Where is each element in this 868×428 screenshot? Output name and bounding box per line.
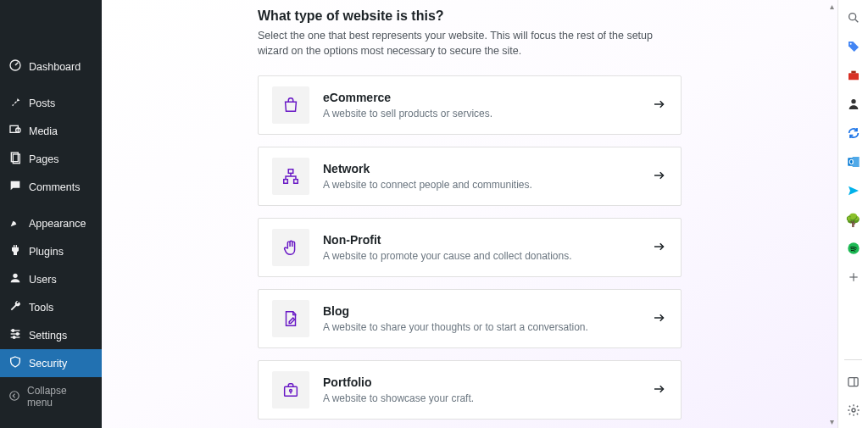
sidebar-item-tools[interactable]: Tools [0,293,102,321]
tree-icon[interactable]: 🌳 [846,212,861,227]
collapse-menu-button[interactable]: Collapse menu [0,379,102,414]
arrow-right-icon [652,239,667,257]
site-type-option[interactable]: NetworkA website to connect people and c… [258,147,682,206]
option-title: Portfolio [323,375,638,389]
option-desc: A website to share your thoughts or to s… [323,321,638,333]
sidebar-item-label: Tools [29,302,53,314]
wizard-heading: What type of website is this? [258,8,682,24]
pin-icon [8,95,22,111]
rail-divider [844,359,862,360]
sidebar-item-label: Plugins [29,246,64,258]
sidebar-item-label: Security [29,358,67,370]
sidebar-item-pages[interactable]: Pages [0,145,102,173]
app-root: Dashboard Posts Media Pages Commen [0,0,868,428]
svg-line-31 [855,19,858,22]
svg-rect-37 [852,157,859,167]
scroll-down-indicator: ▾ [830,417,834,426]
svg-rect-42 [849,377,858,386]
svg-rect-14 [288,170,293,174]
sidebar-item-security[interactable]: Security [0,349,102,377]
option-desc: A website to showcase your craft. [323,392,638,404]
arrow-right-icon [652,381,667,399]
sync-icon[interactable] [846,125,861,141]
svg-rect-16 [294,180,298,184]
option-title: Non-Profit [323,233,638,247]
site-type-option[interactable]: Non-ProfitA website to promote your caus… [258,218,682,277]
scroll-up-indicator: ▴ [830,2,834,11]
user-icon [8,271,22,287]
svg-rect-33 [849,73,859,80]
hand-icon [272,229,309,266]
bag-icon [272,86,309,124]
option-title: Network [323,162,638,175]
arrow-right-icon [652,310,667,328]
plug-icon [8,243,22,259]
wizard-panel: ▴ What type of website is this? Select t… [102,0,837,428]
search-icon[interactable] [846,10,861,25]
network-icon [272,158,309,195]
tag-icon[interactable] [846,39,861,54]
sidebar-item-posts[interactable]: Posts [0,89,102,117]
wizard-subheading: Select the one that best represents your… [258,29,682,58]
svg-point-9 [12,330,14,332]
comment-icon [8,179,22,195]
option-title: eCommerce [323,91,638,104]
panel-icon[interactable] [846,374,861,389]
sidebar-item-plugins[interactable]: Plugins [0,237,102,265]
sidebar-item-label: Posts [29,97,55,109]
outlook-icon[interactable] [846,154,861,170]
arrow-right-icon [652,168,667,186]
svg-point-32 [849,43,851,45]
gear-icon[interactable] [846,403,861,418]
svg-point-10 [16,333,19,336]
page-icon [8,151,22,167]
collapse-icon [8,390,20,404]
svg-point-44 [852,409,855,412]
sliders-icon [8,327,22,343]
media-icon [8,123,22,139]
site-type-option[interactable]: PortfolioA website to showcase your craf… [258,360,682,420]
svg-point-21 [290,390,292,392]
svg-rect-34 [851,71,855,74]
option-desc: A website to sell products or services. [323,108,638,120]
person-icon[interactable] [846,97,861,112]
svg-point-35 [851,99,855,103]
wp-admin-sidebar: Dashboard Posts Media Pages Commen [0,0,102,428]
option-desc: A website to connect people and communit… [323,179,638,191]
wrench-icon [8,299,22,315]
blog-icon [272,300,309,337]
site-type-option[interactable]: BlogA website to share your thoughts or … [258,289,682,348]
sidebar-item-label: Settings [29,330,67,342]
wizard-options-list: eCommerceA website to sell products or s… [258,75,682,428]
sidebar-item-label: Pages [29,153,58,165]
sidebar-item-appearance[interactable]: Appearance [0,209,102,237]
svg-point-12 [10,391,19,400]
sidebar-item-media[interactable]: Media [0,117,102,145]
dashboard-icon [8,58,22,75]
svg-point-5 [13,274,17,278]
plus-icon[interactable] [846,270,861,285]
svg-point-11 [13,336,15,339]
toolbox-icon[interactable] [846,68,861,83]
portfolio-icon [272,371,309,409]
sidebar-item-label: Media [29,125,58,137]
sidebar-item-dashboard[interactable]: Dashboard [0,53,102,81]
arrow-right-icon [652,97,667,114]
send-icon[interactable] [846,183,861,198]
sidebar-item-label: Appearance [29,218,86,230]
sidebar-item-comments[interactable]: Comments [0,173,102,201]
sidebar-item-settings[interactable]: Settings [0,321,102,349]
sidebar-item-users[interactable]: Users [0,265,102,293]
option-desc: A website to promote your cause and coll… [323,250,638,262]
svg-rect-15 [284,180,288,184]
brush-icon [8,215,22,231]
svg-point-39 [848,242,859,253]
sidebar-item-label: Users [29,274,57,286]
sidebar-item-label: Dashboard [29,61,81,73]
browser-side-rail: 🌳 [837,0,868,428]
svg-point-30 [849,14,855,20]
site-type-option[interactable]: eCommerceA website to sell products or s… [258,75,682,135]
spotify-icon[interactable] [846,241,861,256]
collapse-menu-label: Collapse menu [27,385,93,409]
shield-icon [8,355,22,371]
